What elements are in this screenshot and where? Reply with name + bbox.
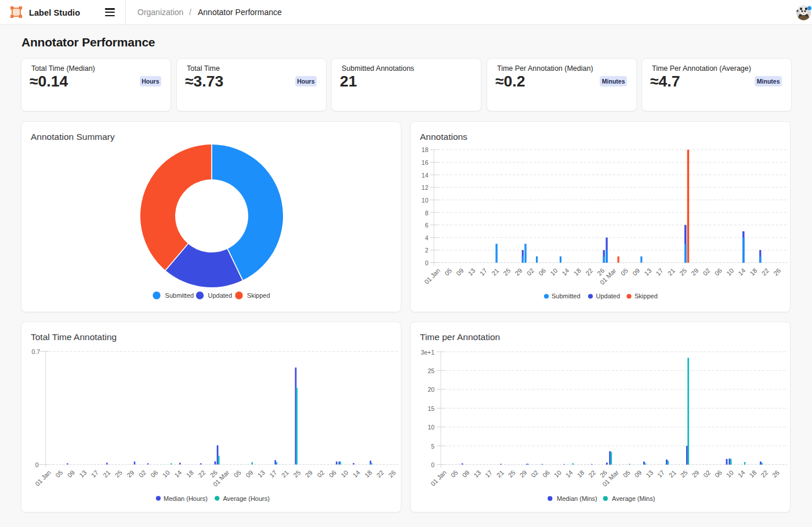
svg-text:22: 22	[197, 469, 206, 479]
svg-text:3e+1: 3e+1	[420, 349, 434, 356]
svg-text:8: 8	[425, 210, 429, 216]
svg-text:18: 18	[572, 267, 582, 277]
svg-text:25: 25	[502, 267, 512, 277]
svg-text:13: 13	[256, 469, 266, 479]
svg-text:Median (Hours): Median (Hours)	[164, 495, 208, 502]
svg-text:Submitted: Submitted	[165, 292, 194, 299]
svg-text:29: 29	[690, 469, 700, 479]
svg-text:17: 17	[268, 469, 278, 479]
svg-text:09: 09	[66, 469, 76, 479]
svg-text:12: 12	[422, 184, 429, 191]
svg-text:0: 0	[35, 461, 39, 468]
svg-text:14: 14	[173, 469, 183, 479]
svg-text:26: 26	[387, 469, 397, 479]
svg-text:25: 25	[292, 469, 302, 479]
svg-text:25: 25	[114, 469, 124, 479]
svg-text:21: 21	[668, 469, 677, 479]
svg-text:Updated: Updated	[208, 292, 233, 299]
svg-text:02: 02	[530, 469, 539, 479]
svg-text:02: 02	[701, 267, 711, 277]
svg-text:0: 0	[431, 461, 434, 468]
svg-text:18: 18	[748, 469, 757, 479]
svg-text:05: 05	[449, 469, 459, 479]
svg-text:Median (Mins): Median (Mins)	[557, 495, 597, 502]
svg-text:13: 13	[78, 469, 88, 479]
svg-text:14: 14	[737, 267, 746, 277]
svg-text:14: 14	[560, 267, 570, 277]
svg-text:22: 22	[760, 267, 770, 277]
svg-text:10: 10	[725, 469, 735, 479]
svg-text:29: 29	[690, 267, 699, 277]
svg-text:26: 26	[771, 469, 781, 479]
svg-text:14: 14	[351, 469, 361, 479]
svg-text:06: 06	[328, 469, 338, 479]
svg-text:0: 0	[425, 259, 429, 266]
svg-text:16: 16	[422, 159, 429, 166]
svg-text:02: 02	[137, 469, 147, 479]
svg-text:0.7: 0.7	[32, 348, 41, 355]
svg-text:10: 10	[422, 197, 429, 204]
svg-text:06: 06	[713, 469, 723, 479]
svg-text:6: 6	[425, 222, 429, 229]
svg-text:25: 25	[678, 267, 688, 277]
svg-text:25: 25	[427, 367, 434, 374]
svg-text:02: 02	[316, 469, 325, 479]
svg-text:05: 05	[54, 469, 64, 479]
svg-text:17: 17	[90, 469, 100, 479]
svg-text:22: 22	[759, 469, 769, 479]
svg-text:09: 09	[455, 267, 465, 277]
svg-text:Updated: Updated	[596, 293, 621, 299]
svg-text:09: 09	[633, 469, 643, 479]
svg-text:09: 09	[461, 469, 470, 479]
svg-text:05: 05	[622, 469, 632, 479]
svg-text:10: 10	[549, 267, 559, 277]
svg-text:09: 09	[631, 267, 641, 277]
svg-text:20: 20	[427, 386, 434, 393]
svg-text:Average (Hours): Average (Hours)	[223, 495, 270, 502]
svg-text:10: 10	[339, 469, 349, 479]
svg-text:13: 13	[466, 267, 476, 277]
svg-text:25: 25	[507, 469, 517, 479]
svg-text:22: 22	[375, 469, 385, 479]
svg-text:25: 25	[679, 469, 689, 479]
svg-text:13: 13	[644, 469, 654, 479]
svg-text:29: 29	[304, 469, 314, 479]
svg-text:Skipped: Skipped	[247, 292, 270, 299]
svg-text:14: 14	[564, 469, 574, 479]
svg-text:14: 14	[737, 469, 746, 479]
svg-text:5: 5	[431, 443, 434, 450]
svg-text:15: 15	[427, 405, 434, 412]
svg-text:17: 17	[484, 469, 494, 479]
svg-text:06: 06	[149, 469, 159, 479]
svg-text:21: 21	[102, 469, 111, 479]
svg-text:06: 06	[713, 267, 723, 277]
svg-text:Average (Mins): Average (Mins)	[612, 495, 655, 502]
svg-text:05: 05	[443, 267, 453, 277]
svg-text:17: 17	[656, 469, 666, 479]
svg-text:01 Jan: 01 Jan	[34, 469, 52, 488]
svg-text:22: 22	[584, 267, 594, 277]
svg-text:02: 02	[525, 267, 535, 277]
svg-text:02: 02	[702, 469, 712, 479]
svg-text:05: 05	[233, 469, 242, 479]
svg-text:18: 18	[575, 469, 585, 479]
svg-text:18: 18	[185, 469, 195, 479]
svg-text:10: 10	[725, 267, 735, 277]
svg-text:26: 26	[772, 267, 782, 277]
svg-text:21: 21	[495, 469, 505, 479]
svg-text:14: 14	[422, 172, 429, 179]
svg-text:17: 17	[654, 267, 664, 277]
svg-text:4: 4	[425, 234, 429, 241]
svg-text:06: 06	[537, 267, 547, 277]
svg-text:22: 22	[587, 469, 597, 479]
svg-text:01 Jan: 01 Jan	[429, 469, 448, 488]
svg-text:21: 21	[490, 267, 500, 277]
svg-text:13: 13	[643, 267, 652, 277]
svg-text:Skipped: Skipped	[635, 293, 658, 299]
svg-text:29: 29	[513, 267, 523, 277]
svg-text:09: 09	[244, 469, 254, 479]
svg-text:29: 29	[125, 469, 135, 479]
svg-text:18: 18	[422, 146, 429, 153]
svg-text:18: 18	[748, 267, 758, 277]
svg-text:10: 10	[161, 469, 171, 479]
